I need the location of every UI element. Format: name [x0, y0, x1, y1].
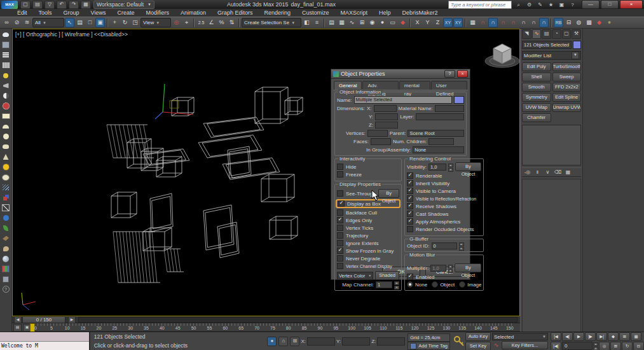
name-field[interactable]: Multiple Selected — [354, 96, 452, 104]
modifier-button-edit-poly[interactable]: Edit Poly — [522, 62, 551, 71]
time-slider-handle[interactable]: 0 / 150 — [22, 316, 65, 323]
viewport-layout-icon[interactable]: ▦ — [631, 332, 641, 341]
zoom-all-icon[interactable]: ⊞ — [610, 342, 621, 350]
absolute-offset-toggle-icon[interactable]: ⊞ — [290, 337, 299, 346]
pin-stack-icon[interactable]: -◎ — [523, 169, 531, 176]
disc-script-icon[interactable] — [1, 173, 11, 181]
selection-name-field[interactable]: 121 Objects Selected — [522, 41, 572, 49]
multiplier-spinner[interactable]: ▲▼ — [448, 265, 453, 272]
tab-create[interactable]: ◥ — [522, 29, 531, 39]
help-script-icon[interactable]: ? — [1, 285, 11, 293]
viewport-label[interactable]: [+] [ Orthographic ] [ Wireframe ] <<Dis… — [15, 31, 128, 38]
axis-constraint-x[interactable]: X — [413, 18, 422, 27]
help-icon[interactable]: ? — [568, 1, 577, 8]
select-by-name-icon[interactable]: ▤ — [75, 18, 85, 27]
object-id-spinner[interactable]: ▲▼ — [459, 242, 464, 249]
select-object-icon[interactable]: ↖ — [65, 18, 74, 27]
visible-to-camera-checkbox[interactable] — [407, 188, 413, 194]
redo-icon[interactable]: ↷ — [69, 1, 79, 9]
tab-mental-ray[interactable]: mental ray — [399, 81, 430, 90]
key-mode-icon[interactable]: ◆ — [608, 332, 619, 341]
reference-coordinate-dropdown[interactable]: View ▼ — [140, 18, 171, 27]
key-filters-button[interactable]: Key Filters... — [502, 341, 548, 349]
tab-modify[interactable]: ∿ — [532, 29, 542, 39]
selection-set-dropdown[interactable]: Selected ▼ — [492, 333, 548, 340]
tab-hierarchy[interactable]: ▤ — [542, 29, 551, 39]
ribbon-toggle-icon[interactable]: ▦ — [337, 18, 346, 27]
select-and-link-icon[interactable]: ∞ — [2, 18, 11, 27]
cone-script-icon[interactable] — [1, 153, 11, 161]
menu-item[interactable]: Graph Editors — [212, 9, 259, 17]
listener-pane[interactable]: Welcome to M — [0, 342, 89, 350]
key-mode-toggle-icon[interactable]: |◀| — [551, 342, 561, 350]
modifier-button-uvw-map[interactable]: UVW Map — [522, 103, 551, 112]
workspace-dropdown[interactable]: Workspace: Default ▼ — [93, 1, 154, 9]
modifier-button-sweep[interactable]: Sweep — [552, 73, 582, 81]
select-and-scale-icon[interactable]: ◳ — [130, 18, 140, 27]
vertex-channel-display-checkbox[interactable] — [337, 263, 343, 269]
current-frame-field[interactable]: 0 — [562, 342, 593, 350]
object-color-swatch[interactable] — [454, 96, 464, 104]
configure-modifier-sets-icon[interactable]: ▦ — [564, 169, 572, 176]
globe-script-icon[interactable] — [1, 214, 11, 222]
teapot2-script-icon[interactable] — [1, 143, 11, 151]
set-key-mode-icon[interactable] — [454, 333, 464, 349]
undo-icon[interactable]: ↶ — [57, 1, 67, 9]
communication-center-icon[interactable]: ▣ — [558, 1, 566, 8]
zoom-icon[interactable]: ◎ — [599, 342, 610, 350]
search-icon[interactable]: ⌕ — [514, 1, 523, 8]
selection-region-icon[interactable]: □ — [85, 18, 95, 27]
angle-snap-icon[interactable]: ∠ — [207, 18, 216, 27]
schedule-script-icon[interactable] — [1, 41, 11, 49]
show-frozen-in-gray-checkbox[interactable] — [337, 248, 343, 254]
menu-item[interactable]: Animation — [175, 9, 212, 17]
render-by-object-button[interactable]: By Object — [455, 162, 482, 171]
blur-by-object-button[interactable]: By Object — [455, 263, 481, 272]
isolate-selection-toggle-icon[interactable]: ● — [267, 337, 277, 346]
menu-item[interactable]: MAXScript — [335, 9, 374, 17]
snap-magnet-icon[interactable]: ∩ — [498, 18, 508, 27]
spinner-snap-icon[interactable]: ⇅ — [227, 18, 236, 27]
select-and-rotate-icon[interactable]: ↻ — [120, 18, 130, 27]
named-selection-sets-dropdown[interactable]: Create Selection Se ▼ — [242, 18, 301, 27]
snap-magnet-icon[interactable]: ∩ — [529, 18, 538, 27]
menu-item[interactable]: Help — [373, 9, 397, 17]
box-script-icon[interactable] — [1, 275, 11, 283]
teapot-script-icon[interactable] — [1, 31, 11, 39]
axis-constraint-y[interactable]: Y — [423, 18, 432, 27]
favorites-icon[interactable]: ★ — [547, 1, 555, 8]
teapot-render-icon[interactable]: ◆ — [594, 18, 604, 27]
percent-snap-icon[interactable]: % — [217, 18, 226, 27]
snap-toggle-icon[interactable]: 2.5 — [196, 18, 206, 27]
dialog-help-icon[interactable]: ? — [444, 70, 455, 78]
blur-image-radio[interactable] — [459, 281, 465, 288]
menu-item[interactable]: Edit — [11, 9, 33, 17]
curve-filter-icon[interactable]: ∿ — [492, 342, 500, 349]
schematic-view-icon[interactable]: ⊞ — [357, 18, 367, 27]
ignore-extents-checkbox[interactable] — [337, 240, 343, 246]
blur-none-radio[interactable] — [407, 281, 413, 288]
make-unique-icon[interactable]: ∨ — [544, 169, 552, 176]
modifier-button-symmetry[interactable]: Symmetry — [522, 93, 551, 102]
tab-display[interactable]: ▢ — [562, 29, 572, 39]
molecule-script-icon[interactable] — [1, 193, 11, 202]
map-channel-spinner[interactable]: ▲▼ — [394, 281, 399, 288]
gears-script-icon[interactable] — [1, 102, 11, 110]
z-coord-field[interactable] — [377, 337, 405, 346]
selection-filter-dropdown[interactable]: All ▼ — [32, 18, 64, 27]
time-slider[interactable]: ◀ 0 / 150 ▶ — [12, 316, 520, 323]
modifier-button-ffd[interactable]: FFD 2x2x2 — [552, 83, 582, 92]
axis-constraint-xy-lock[interactable]: XY — [453, 18, 463, 27]
never-degrade-checkbox[interactable] — [337, 255, 343, 262]
select-and-manipulate-icon[interactable]: ⌖ — [182, 18, 191, 27]
add-time-tag[interactable]: Add Time Tag — [408, 342, 450, 350]
visible-to-reflection-checkbox[interactable] — [407, 195, 413, 202]
set-key-button[interactable]: Set Key — [465, 342, 491, 350]
modifier-list-dropdown[interactable]: Modifier List ▼ — [522, 51, 581, 60]
menu-item[interactable]: Modifiers — [140, 9, 175, 17]
go-to-end-icon[interactable]: ▶| — [596, 332, 607, 341]
vertex-color-dropdown[interactable]: Vertex Color ▼ — [337, 272, 373, 280]
mirror-icon[interactable]: ◧ — [302, 18, 312, 27]
unlink-selection-icon[interactable]: ⊘ — [12, 18, 22, 27]
blocks-script-icon[interactable] — [1, 265, 11, 273]
